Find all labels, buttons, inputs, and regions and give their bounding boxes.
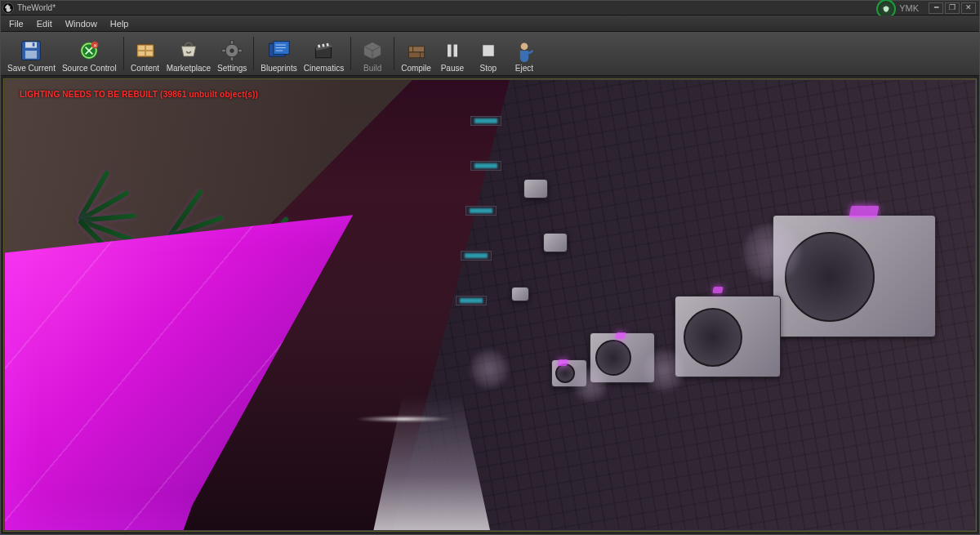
compile-button[interactable]: Compile xyxy=(398,33,434,74)
viewport-container: LIGHTING NEEDS TO BE REBUILT (39861 unbu… xyxy=(1,76,979,534)
svg-rect-28 xyxy=(448,45,452,57)
toolbar-label: Pause xyxy=(441,64,464,73)
source-control-icon: ✕ xyxy=(75,38,103,63)
svg-rect-2 xyxy=(25,42,37,48)
blueprints-icon xyxy=(265,38,292,63)
titlebar: TheWorld* YMK ━ ❐ ✕ xyxy=(1,1,979,16)
svg-rect-18 xyxy=(238,49,242,52)
svg-rect-3 xyxy=(25,51,37,59)
pause-button[interactable]: Pause xyxy=(434,33,470,74)
svg-text:✕: ✕ xyxy=(93,42,97,48)
marketplace-button[interactable]: Marketplace xyxy=(163,33,214,74)
toolbar-label: Source Control xyxy=(62,64,117,73)
viewport-warning-text: LIGHTING NEEDS TO BE REBUILT (39861 unbu… xyxy=(20,90,258,99)
svg-rect-15 xyxy=(230,41,234,44)
game-viewport[interactable]: LIGHTING NEEDS TO BE REBUILT (39861 unbu… xyxy=(4,79,976,531)
app-window: TheWorld* YMK ━ ❐ ✕ File Edit Window Hel… xyxy=(0,0,980,535)
user-name: YMK xyxy=(899,3,919,13)
svg-rect-17 xyxy=(222,49,225,52)
scene-render xyxy=(5,80,975,530)
toolbar-label: Build xyxy=(363,64,381,73)
window-minimize-button[interactable]: ━ xyxy=(929,2,943,14)
svg-rect-4 xyxy=(33,42,35,46)
toolbar-label: Marketplace xyxy=(167,64,211,73)
svg-rect-12 xyxy=(146,51,153,56)
toolbar-label: Content xyxy=(131,64,159,73)
svg-point-31 xyxy=(520,42,528,50)
svg-rect-29 xyxy=(453,45,457,57)
toolbar-label: Stop xyxy=(480,64,497,73)
window-title: TheWorld* xyxy=(17,3,56,12)
menubar: File Edit Window Help xyxy=(1,16,979,32)
toolbar-label: Cinematics xyxy=(304,64,344,73)
settings-button[interactable]: Settings xyxy=(214,33,250,74)
window-maximize-button[interactable]: ❐ xyxy=(945,2,960,14)
toolbar-label: Eject xyxy=(515,64,533,73)
menu-window[interactable]: Window xyxy=(59,16,104,31)
menu-file[interactable]: File xyxy=(2,16,30,31)
eject-button[interactable]: Eject xyxy=(506,33,542,74)
toolbar-label: Save Current xyxy=(7,64,56,73)
stop-icon xyxy=(474,38,502,63)
unreal-logo-icon xyxy=(2,2,14,14)
svg-rect-16 xyxy=(230,57,234,60)
eject-icon xyxy=(510,38,538,63)
save-button[interactable]: Save Current xyxy=(4,33,59,74)
blueprints-button[interactable]: Blueprints xyxy=(257,33,300,74)
toolbar-label: Settings xyxy=(217,64,247,73)
build-icon xyxy=(359,38,386,63)
build-button[interactable]: Build xyxy=(354,33,390,74)
compile-icon xyxy=(403,38,430,63)
toolbar-label: Compile xyxy=(401,64,431,73)
floppy-icon xyxy=(17,38,45,63)
pause-icon xyxy=(439,38,466,63)
stop-button[interactable]: Stop xyxy=(470,33,506,74)
content-icon xyxy=(131,38,159,63)
toolbar-label: Blueprints xyxy=(261,64,296,73)
content-button[interactable]: Content xyxy=(127,33,163,74)
marketplace-icon xyxy=(175,38,203,63)
source-control-button[interactable]: ✕ Source Control xyxy=(59,33,120,74)
clapboard-icon xyxy=(310,38,337,63)
svg-rect-9 xyxy=(138,46,145,50)
svg-rect-11 xyxy=(138,51,145,56)
cinematics-button[interactable]: Cinematics xyxy=(301,33,347,74)
svg-rect-30 xyxy=(483,45,494,56)
svg-rect-10 xyxy=(146,46,153,50)
menu-edit[interactable]: Edit xyxy=(30,16,59,31)
menu-help[interactable]: Help xyxy=(104,16,136,31)
gear-icon xyxy=(218,38,246,63)
toolbar: Save Current ✕ Source Control Content Ma… xyxy=(1,32,979,76)
window-close-button[interactable]: ✕ xyxy=(961,2,976,14)
svg-point-14 xyxy=(230,48,234,52)
